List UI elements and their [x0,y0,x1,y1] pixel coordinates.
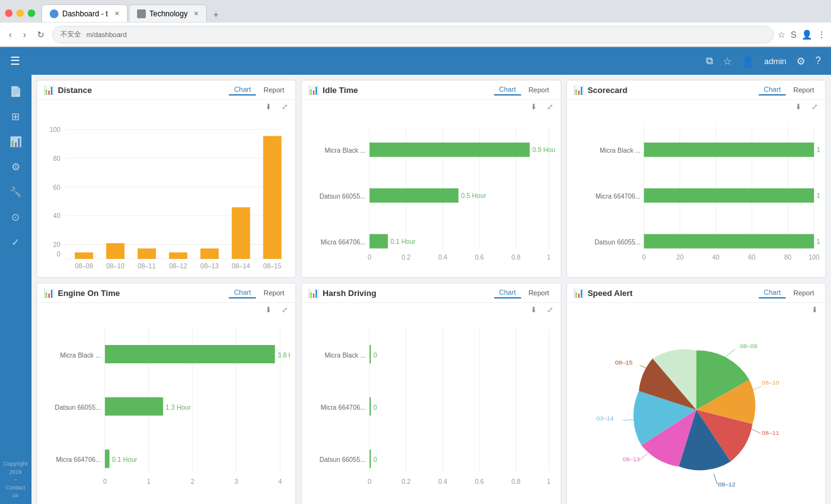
svg-text:08–10: 08–10 [762,379,779,386]
scorecard-chart-card: 📊 Scorecard Chart Report ⬇ ⤢ [566,80,826,278]
close-dot[interactable] [5,9,13,17]
distance-download-icon[interactable]: ⬇ [263,101,274,112]
svg-rect-33 [370,143,530,157]
svg-text:Datsun 66055...: Datsun 66055... [320,456,366,463]
profile-icon[interactable]: 👤 [801,30,812,40]
svg-text:Datsun 66055...: Datsun 66055... [320,193,366,200]
svg-text:08–09: 08–09 [740,342,757,349]
distance-tab-chart[interactable]: Chart [229,84,256,96]
engine-on-time-expand-icon[interactable]: ⤢ [279,304,290,315]
engine-on-time-tab-chart[interactable]: Chart [229,287,256,299]
idle-time-tab-chart[interactable]: Chart [494,84,521,96]
speed-alert-tab-report[interactable]: Report [788,288,819,298]
address-bar[interactable]: 不安全 m/dashboard [52,26,773,43]
engine-on-time-download-icon[interactable]: ⬇ [263,304,274,315]
distance-tab-report[interactable]: Report [258,85,289,95]
svg-text:08–11: 08–11 [138,263,156,270]
svg-text:0.6: 0.6 [475,478,485,485]
svg-rect-14 [138,248,156,259]
scorecard-expand-icon[interactable]: ⤢ [809,101,820,112]
star-icon[interactable]: ☆ [723,55,732,67]
speed-alert-tab-chart[interactable]: Chart [759,287,786,299]
harsh-driving-download-icon[interactable]: ⬇ [528,304,539,315]
settings-icon[interactable]: ⚙ [796,55,805,67]
svg-text:40: 40 [53,212,61,219]
browser-tab-1[interactable]: Dashboard - t ✕ [41,4,128,22]
idle-time-expand-icon[interactable]: ⤢ [544,101,556,112]
svg-rect-77 [105,397,163,415]
browser-dots [5,9,35,17]
svg-text:3.8 Hour: 3.8 Hour [278,352,291,359]
svg-line-115 [713,474,717,485]
scorecard-title-text: Scorecard [588,85,628,95]
admin-label: admin [764,57,786,66]
tab2-favicon [137,9,146,18]
svg-text:08–10: 08–10 [106,263,124,270]
tab2-close[interactable]: ✕ [194,10,199,17]
scorecard-tab-report[interactable]: Report [788,85,819,95]
menu-icon[interactable]: ⋮ [817,30,826,40]
scorecard-tab-chart[interactable]: Chart [759,84,786,96]
engine-on-time-chart-title: 📊 Engine On Time [43,288,120,298]
harsh-driving-expand-icon[interactable]: ⤢ [544,304,556,315]
browser-toolbar: ‹ › ↻ 不安全 m/dashboard ☆ S 👤 ⋮ [0,23,831,47]
distance-chart-body: 100 80 60 40 20 0 [37,114,295,277]
engine-on-time-tab-report[interactable]: Report [258,288,289,298]
engine-on-time-title-text: Engine On Time [58,288,120,298]
sidebar-item-chart[interactable]: 📊 [3,130,28,153]
new-tab-button[interactable]: + [208,7,223,22]
user-icon[interactable]: 👤 [742,55,754,67]
harsh-driving-title-text: Harsh Driving [322,288,376,298]
sidebar-item-settings[interactable]: ⚙ [3,155,28,178]
harsh-driving-bar-svg: Micra Black ... 0 Micra 664706... 0 Dats… [307,319,555,500]
idle-time-chart-actions: ⬇ ⤢ [302,100,560,114]
scorecard-download-icon[interactable]: ⬇ [793,101,804,112]
refresh-button[interactable]: ↻ [33,28,48,41]
idle-time-tab-report[interactable]: Report [524,85,554,95]
tab1-close[interactable]: ✕ [114,10,119,17]
distance-title-text: Distance [58,85,92,95]
scorecard-title-icon: 📊 [573,85,584,95]
svg-text:0: 0 [642,254,646,261]
svg-text:2: 2 [190,478,194,485]
svg-text:08–09: 08–09 [75,263,93,270]
svg-text:Datsun 66055...: Datsun 66055... [55,404,101,411]
svg-text:1: 1 [547,478,551,485]
hamburger-button[interactable]: ☰ [10,54,20,68]
tab1-label: Dashboard - t [62,9,108,18]
distance-chart-title: 📊 Distance [43,85,92,95]
app-body: 📄 ⊞ 📊 ⚙ 🔧 ⊙ ✓ Copyright2019–Contactus 📊 … [0,75,831,504]
svg-text:1: 1 [547,254,551,261]
copy-icon[interactable]: ⧉ [706,55,713,67]
distance-expand-icon[interactable]: ⤢ [279,101,290,112]
sidebar-item-tools[interactable]: 🔧 [3,180,28,203]
harsh-driving-tab-chart[interactable]: Chart [494,287,521,299]
sidebar-item-circle[interactable]: ⊙ [3,205,28,228]
sidebar-item-documents[interactable]: 📄 [3,80,28,102]
sidebar-item-check[interactable]: ✓ [3,231,28,253]
svg-text:100: 100 [50,126,61,133]
bookmark-icon[interactable]: ☆ [778,30,786,40]
tab1-favicon [50,9,58,18]
harsh-driving-tab-report[interactable]: Report [524,288,554,298]
svg-text:Datsun 66055...: Datsun 66055... [595,239,641,246]
sync-icon[interactable]: S [791,30,796,40]
idle-time-download-icon[interactable]: ⬇ [528,101,539,112]
forward-button[interactable]: › [19,28,30,41]
sidebar-item-grid[interactable]: ⊞ [3,105,28,128]
svg-rect-80 [105,449,109,468]
charts-grid: 📊 Distance Chart Report ⬇ ⤢ 100 [36,80,826,504]
harsh-driving-chart-title: 📊 Harsh Driving [308,288,376,298]
engine-on-time-chart-header: 📊 Engine On Time Chart Report [37,283,295,303]
back-button[interactable]: ‹ [5,28,16,41]
svg-text:Micra Black ...: Micra Black ... [325,352,366,359]
svg-text:08–12: 08–12 [169,263,187,270]
speed-alert-download-icon[interactable]: ⬇ [809,304,820,315]
svg-rect-100 [370,449,371,468]
browser-tab-2[interactable]: Technology ✕ [129,4,207,22]
svg-line-113 [751,429,761,434]
maximize-dot[interactable] [28,9,35,17]
help-icon[interactable]: ? [815,55,821,67]
minimize-dot[interactable] [16,9,24,17]
distance-chart-actions: ⬇ ⤢ [37,100,295,114]
